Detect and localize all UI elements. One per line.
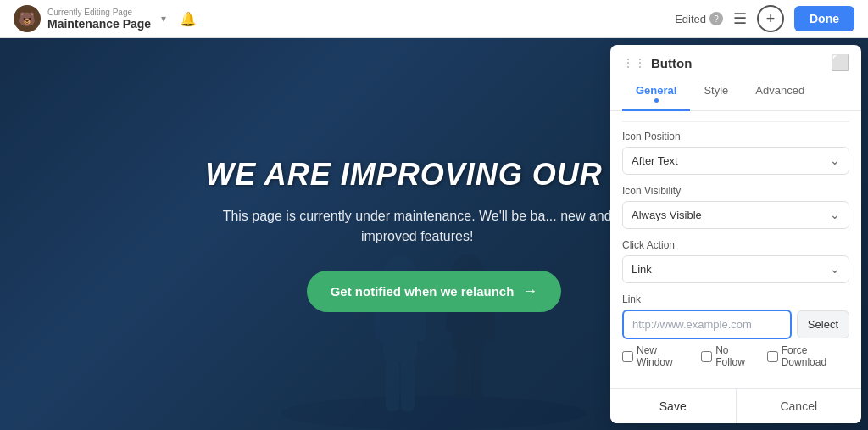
panel-header: ⋮⋮ Button ⬜	[610, 45, 861, 70]
icon-visibility-select-wrapper: Always Visible On Hover	[622, 201, 849, 229]
svg-point-0	[281, 396, 587, 430]
done-button[interactable]: Done	[794, 6, 854, 31]
link-options-row: New Window No Follow Force Download	[622, 344, 849, 368]
nav-chevron-icon[interactable]: ▾	[158, 9, 170, 28]
nav-edited-status: Edited ?	[675, 12, 723, 25]
main-content: We Are Improving Our We This page is cur…	[0, 38, 868, 430]
icon-position-group: Icon Position After Text Before Text	[622, 131, 849, 175]
tab-advanced[interactable]: Advanced	[742, 77, 818, 111]
nav-title-group: Currently Editing Page Maintenance Page	[47, 8, 151, 31]
panel-title: Button	[651, 56, 831, 70]
panel-tabs: General Style Advanced	[610, 77, 861, 111]
panel-minimize-icon[interactable]: ⬜	[831, 55, 849, 70]
nav-right: Edited ? ☰ + Done	[675, 5, 854, 32]
hero-title: We Are Improving Our We	[205, 157, 663, 193]
svg-rect-12	[470, 350, 483, 399]
icon-position-select[interactable]: After Text Before Text	[623, 148, 849, 174]
svg-rect-6	[401, 360, 415, 411]
link-group: Link Select New Window No Follow	[622, 293, 849, 368]
nav-context-label: Currently Editing Page	[47, 8, 151, 17]
svg-rect-5	[386, 360, 399, 411]
nav-add-button[interactable]: +	[757, 5, 784, 32]
panel-footer: Save Cancel	[610, 388, 861, 423]
site-logo: 🐻	[14, 5, 41, 32]
hero-subtitle: This page is currently under maintenance…	[205, 206, 629, 247]
panel-drag-icon[interactable]: ⋮⋮	[622, 56, 646, 70]
click-action-select[interactable]: Link Download	[623, 256, 849, 282]
tab-general[interactable]: General	[622, 77, 690, 111]
top-navigation: 🐻 Currently Editing Page Maintenance Pag…	[0, 0, 868, 38]
click-action-select-wrapper: Link Download	[622, 255, 849, 283]
no-follow-label: No Follow	[715, 344, 757, 368]
icon-position-select-wrapper: After Text Before Text	[622, 147, 849, 175]
hero-cta-arrow-icon: →	[522, 282, 537, 300]
panel-body: Icon Position After Text Before Text Ico…	[610, 111, 861, 388]
icon-visibility-select[interactable]: Always Visible On Hover	[623, 202, 849, 228]
save-button[interactable]: Save	[610, 389, 737, 423]
link-input[interactable]	[622, 310, 792, 339]
force-download-label: Force Download	[782, 344, 849, 368]
nav-page-name: Maintenance Page	[47, 17, 151, 31]
no-follow-checkbox[interactable]	[701, 351, 712, 362]
nav-left: 🐻 Currently Editing Page Maintenance Pag…	[14, 5, 675, 32]
new-window-label: New Window	[637, 344, 691, 368]
nav-bell-icon[interactable]: 🔔	[176, 8, 200, 31]
icon-visibility-label: Icon Visibility	[622, 185, 849, 197]
link-label: Link	[622, 293, 849, 305]
link-row: Select	[622, 310, 849, 339]
button-settings-panel: ⋮⋮ Button ⬜ General Style Advanced Icon …	[610, 45, 861, 423]
hero-cta-label: Get notified when we relaunch	[331, 284, 515, 299]
hero-content: We Are Improving Our We This page is cur…	[205, 157, 663, 312]
help-icon[interactable]: ?	[709, 12, 723, 25]
force-download-checkbox[interactable]	[767, 351, 778, 362]
force-download-checkbox-label[interactable]: Force Download	[767, 344, 849, 368]
tab-style[interactable]: Style	[690, 77, 742, 111]
hero-cta-button[interactable]: Get notified when we relaunch →	[307, 271, 562, 312]
tab-active-dot	[654, 98, 659, 103]
icon-visibility-group: Icon Visibility Always Visible On Hover	[622, 185, 849, 229]
new-window-checkbox[interactable]	[622, 351, 633, 362]
link-select-button[interactable]: Select	[797, 310, 849, 338]
svg-rect-11	[456, 350, 469, 399]
click-action-group: Click Action Link Download	[622, 239, 849, 283]
cancel-button[interactable]: Cancel	[737, 389, 862, 423]
icon-position-label: Icon Position	[622, 131, 849, 142]
click-action-label: Click Action	[622, 239, 849, 251]
new-window-checkbox-label[interactable]: New Window	[622, 344, 691, 368]
nav-list-icon[interactable]: ☰	[733, 9, 747, 28]
no-follow-checkbox-label[interactable]: No Follow	[701, 344, 757, 368]
